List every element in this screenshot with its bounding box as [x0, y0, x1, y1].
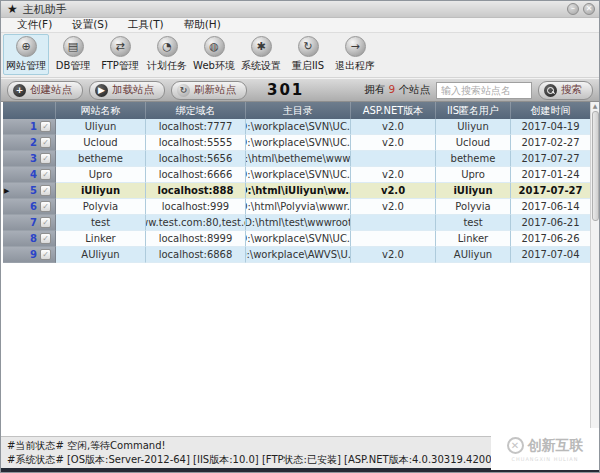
row-checkbox[interactable]: ✓ — [40, 201, 51, 212]
table-row[interactable]: ▶ 7 ✓ test www.test.com:80,test.c... D:\… — [3, 215, 590, 231]
load-site-button[interactable]: ▶ 加载站点 — [89, 81, 165, 100]
row-number-cell[interactable]: ▶ 5 ✓ — [3, 183, 56, 199]
cell-iis-user[interactable]: Polyvia — [436, 199, 511, 215]
vertical-scrollbar[interactable]: ▲ ▼ — [590, 102, 599, 436]
row-checkbox[interactable]: ✓ — [40, 121, 51, 132]
cell-create-time[interactable]: 2017-01-24 — [511, 167, 590, 183]
row-number-cell[interactable]: ▶ 3 ✓ — [3, 151, 56, 167]
row-number-cell[interactable]: ▶ 8 ✓ — [3, 231, 56, 247]
cell-aspnet-version[interactable]: v2.0 — [351, 135, 436, 151]
cell-iis-user[interactable]: Ucloud — [436, 135, 511, 151]
cell-bound-domain[interactable]: localhost:6868 — [146, 247, 246, 263]
header-site-name[interactable]: 网站名称 — [56, 102, 146, 119]
table-row[interactable]: ▶ 2 ✓ Ucloud localhost:5555 D:\workplace… — [3, 135, 590, 151]
menu-tools[interactable]: 工具(T) — [118, 18, 174, 32]
cell-iis-user[interactable]: iUliyun — [436, 183, 511, 199]
cell-iis-user[interactable]: test — [436, 215, 511, 231]
cell-home-directory[interactable]: D:\workplace\SVN\UC... — [246, 231, 351, 247]
row-number-cell[interactable]: ▶ 4 ✓ — [3, 167, 56, 183]
cell-iis-user[interactable]: Linker — [436, 231, 511, 247]
refresh-site-button[interactable]: ↻ 刷新站点 — [171, 81, 247, 100]
row-checkbox[interactable]: ✓ — [40, 185, 51, 196]
row-number-cell[interactable]: ▶ 9 ✓ — [3, 247, 56, 263]
table-row[interactable]: ▶ 9 ✓ AUliyun localhost:6868 D:\workplac… — [3, 247, 590, 263]
table-row[interactable]: ▶ 5 ✓ iUliyun localhost:888 D:\html\iUli… — [3, 183, 590, 199]
cell-iis-user[interactable]: AUliyun — [436, 247, 511, 263]
scroll-up-icon[interactable]: ▲ — [593, 102, 598, 110]
toolbar-system-settings[interactable]: ✱ 系统设置 — [238, 34, 284, 75]
cell-aspnet-version[interactable]: v2.0 — [351, 247, 436, 263]
table-row[interactable]: ▶ 6 ✓ Polyvia localhost:999 D:\html\Poly… — [3, 199, 590, 215]
cell-create-time[interactable]: 2017-06-21 — [511, 215, 590, 231]
cell-iis-user[interactable]: Uliyun — [436, 119, 511, 135]
cell-site-name[interactable]: iUliyun — [56, 183, 146, 199]
cell-home-directory[interactable]: D:\workplace\SVN\UC... — [246, 119, 351, 135]
row-checkbox[interactable]: ✓ — [40, 217, 51, 228]
close-button[interactable]: ✕ — [583, 3, 595, 15]
cell-iis-user[interactable]: betheme — [436, 151, 511, 167]
toolbar-scheduled-task[interactable]: ◔ 计划任务 — [144, 34, 190, 75]
cell-home-directory[interactable]: D:\workplace\AWVS\U... — [246, 247, 351, 263]
cell-site-name[interactable]: Uliyun — [56, 119, 146, 135]
search-button[interactable]: 搜索 — [538, 81, 593, 100]
cell-bound-domain[interactable]: localhost:999 — [146, 199, 246, 215]
header-iis-anonymous-user[interactable]: IIS匿名用户 — [436, 102, 511, 119]
cell-create-time[interactable]: 2017-02-27 — [511, 135, 590, 151]
menu-help[interactable]: 帮助(H) — [174, 18, 231, 32]
cell-create-time[interactable]: 2017-06-26 — [511, 231, 590, 247]
cell-bound-domain[interactable]: www.test.com:80,test.c... — [146, 215, 246, 231]
cell-home-directory[interactable]: D:\html\Polyvia\wwwr... — [246, 199, 351, 215]
toolbar-ftp-manage[interactable]: ⇄ FTP管理 — [97, 34, 143, 75]
cell-site-name[interactable]: Polyvia — [56, 199, 146, 215]
cell-iis-user[interactable]: Upro — [436, 167, 511, 183]
cell-home-directory[interactable]: D:\html\betheme\www... — [246, 151, 351, 167]
menu-file[interactable]: 文件(F) — [7, 18, 62, 32]
row-number-cell[interactable]: ▶ 1 ✓ — [3, 119, 56, 135]
table-row[interactable]: ▶ 8 ✓ Linker localhost:8999 D:\workplace… — [3, 231, 590, 247]
toolbar-db-manage[interactable]: ▤ DB管理 — [50, 34, 96, 75]
cell-aspnet-version[interactable]: v2.0 — [351, 119, 436, 135]
row-number-cell[interactable]: ▶ 7 ✓ — [3, 215, 56, 231]
cell-bound-domain[interactable]: localhost:8999 — [146, 231, 246, 247]
cell-create-time[interactable]: 2017-04-19 — [511, 119, 590, 135]
cell-site-name[interactable]: Upro — [56, 167, 146, 183]
cell-bound-domain[interactable]: localhost:7777 — [146, 119, 246, 135]
cell-site-name[interactable]: test — [56, 215, 146, 231]
menu-settings[interactable]: 设置(S) — [62, 18, 118, 32]
cell-home-directory[interactable]: D:\html\iUliyun\ww... — [246, 183, 351, 199]
cell-site-name[interactable]: betheme — [56, 151, 146, 167]
minimize-button[interactable]: – — [567, 3, 579, 15]
cell-bound-domain[interactable]: localhost:888 — [146, 183, 246, 199]
row-checkbox[interactable]: ✓ — [40, 137, 51, 148]
cell-site-name[interactable]: AUliyun — [56, 247, 146, 263]
header-home-directory[interactable]: 主目录 — [246, 102, 351, 119]
search-input[interactable] — [436, 82, 532, 99]
cell-aspnet-version[interactable]: v2.0 — [351, 199, 436, 215]
header-bound-domain[interactable]: 绑定域名 — [146, 102, 246, 119]
cell-create-time[interactable]: 2017-06-14 — [511, 199, 590, 215]
scrollbar-thumb[interactable] — [592, 111, 599, 221]
cell-aspnet-version[interactable] — [351, 151, 436, 167]
cell-bound-domain[interactable]: localhost:6666 — [146, 167, 246, 183]
toolbar-web-environment[interactable]: ◍ Web环境 — [191, 34, 237, 75]
header-aspnet-version[interactable]: ASP.NET版本 — [351, 102, 436, 119]
table-row[interactable]: ▶ 1 ✓ Uliyun localhost:7777 D:\workplace… — [3, 119, 590, 135]
header-create-time[interactable]: 创建时间 — [511, 102, 590, 119]
cell-create-time[interactable]: 2017-07-27 — [511, 151, 590, 167]
row-checkbox[interactable]: ✓ — [40, 249, 51, 260]
row-checkbox[interactable]: ✓ — [40, 169, 51, 180]
row-checkbox[interactable]: ✓ — [40, 233, 51, 244]
row-number-cell[interactable]: ▶ 2 ✓ — [3, 135, 56, 151]
cell-create-time[interactable]: 2017-07-27 — [511, 183, 590, 199]
toolbar-website-manage[interactable]: ⊕ 网站管理 — [3, 34, 49, 75]
table-row[interactable]: ▶ 3 ✓ betheme localhost:5656 D:\html\bet… — [3, 151, 590, 167]
row-number-cell[interactable]: ▶ 6 ✓ — [3, 199, 56, 215]
cell-bound-domain[interactable]: localhost:5656 — [146, 151, 246, 167]
cell-aspnet-version[interactable] — [351, 231, 436, 247]
cell-home-directory[interactable]: D:\html\test\wwwroot — [246, 215, 351, 231]
cell-aspnet-version[interactable] — [351, 215, 436, 231]
cell-create-time[interactable]: 2017-07-04 — [511, 247, 590, 263]
cell-aspnet-version[interactable]: v2.0 — [351, 183, 436, 199]
cell-site-name[interactable]: Ucloud — [56, 135, 146, 151]
cell-aspnet-version[interactable]: v2.0 — [351, 167, 436, 183]
